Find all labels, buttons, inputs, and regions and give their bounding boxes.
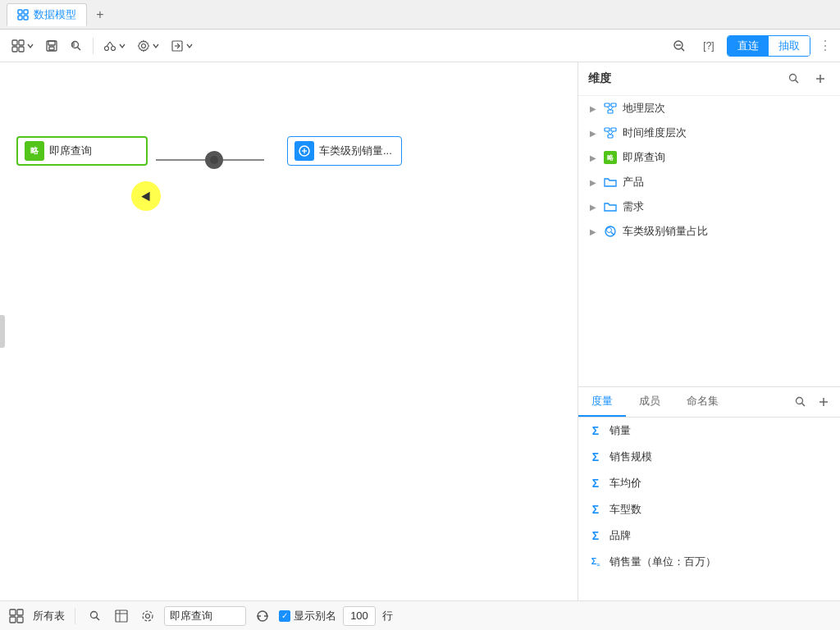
extract-mode-button[interactable]: 抽取 bbox=[769, 36, 810, 56]
svg-rect-4 bbox=[12, 40, 17, 45]
dimensions-header: 维度 bbox=[578, 62, 840, 96]
adhoc-node-label: 即席查询 bbox=[49, 144, 139, 158]
expand-arrow-product: ▶ bbox=[588, 177, 598, 187]
add-tab-button[interactable]: + bbox=[90, 5, 110, 25]
tree-item-time[interactable]: ▶ 时间维度层次 bbox=[578, 121, 840, 145]
cut-button[interactable] bbox=[98, 34, 130, 57]
svg-rect-0 bbox=[18, 10, 22, 14]
expand-arrow-demand: ▶ bbox=[588, 202, 598, 212]
svg-point-46 bbox=[797, 398, 803, 404]
demand-label: 需求 bbox=[623, 199, 830, 214]
display-alias-area[interactable]: ✓ 显示别名 bbox=[279, 609, 336, 623]
tab-naming[interactable]: 命名集 bbox=[673, 387, 732, 417]
settings-button[interactable] bbox=[132, 34, 164, 57]
row-count-input[interactable] bbox=[343, 606, 376, 626]
measures-search-button[interactable] bbox=[791, 392, 810, 412]
tree-item-car-sales[interactable]: ▶ 车类级别销量占比 bbox=[578, 219, 840, 244]
measures-section: 度量 成员 命名集 bbox=[578, 387, 840, 600]
tree-item-product[interactable]: ▶ 产品 bbox=[578, 170, 840, 194]
layout-icon bbox=[11, 39, 25, 52]
scissors-icon bbox=[103, 39, 116, 52]
measures-add-button[interactable] bbox=[814, 392, 833, 412]
measure-item-sales-scale[interactable]: Σ 销售规模 bbox=[578, 444, 840, 470]
tree-item-adhoc[interactable]: ▶ 略 即席查询 bbox=[578, 145, 840, 170]
tree-list: ▶ 地理层次 ▶ bbox=[578, 96, 840, 244]
dimensions-search-button[interactable] bbox=[784, 69, 804, 89]
svg-rect-1 bbox=[24, 10, 28, 14]
expand-arrow-time: ▶ bbox=[588, 128, 598, 138]
status-separator-1 bbox=[75, 608, 75, 624]
svg-rect-3 bbox=[24, 16, 28, 20]
measure-item-brand[interactable]: Σ 品牌 bbox=[578, 523, 840, 549]
measure-item-car-type-count[interactable]: Σ 车型数 bbox=[578, 496, 840, 523]
svg-rect-5 bbox=[19, 40, 24, 45]
svg-line-17 bbox=[107, 42, 110, 47]
tree-item-demand[interactable]: ▶ 需求 bbox=[578, 194, 840, 219]
search-circle-icon bbox=[603, 224, 618, 239]
direct-mode-button[interactable]: 直连 bbox=[728, 36, 769, 56]
help-label: [?] bbox=[703, 40, 714, 52]
measure-item-sales-vol[interactable]: Σ 销量 bbox=[578, 418, 840, 444]
adhoc-node-box: 略 即席查询 bbox=[16, 136, 148, 166]
svg-rect-7 bbox=[19, 47, 24, 52]
left-node[interactable]: 略 即席查询 bbox=[16, 136, 148, 166]
sigma-icon-special-sales: Σ≈ bbox=[588, 556, 603, 568]
search-preview-button[interactable] bbox=[65, 34, 88, 57]
import-icon bbox=[171, 39, 184, 52]
query-input[interactable] bbox=[164, 606, 246, 626]
measure-label-car-avg-price: 车均价 bbox=[609, 476, 641, 491]
save-icon bbox=[45, 39, 58, 52]
import-button[interactable] bbox=[166, 34, 198, 57]
svg-line-55 bbox=[97, 617, 100, 620]
plus-icon-measures bbox=[817, 395, 830, 409]
save-button[interactable] bbox=[40, 34, 63, 57]
refresh-icon bbox=[256, 609, 269, 623]
status-table-button[interactable] bbox=[112, 606, 131, 626]
svg-point-19 bbox=[142, 43, 146, 48]
svg-rect-10 bbox=[49, 47, 54, 50]
more-options-button[interactable]: ⋮ bbox=[817, 34, 833, 57]
svg-point-16 bbox=[112, 46, 116, 50]
tab-member[interactable]: 成员 bbox=[626, 387, 673, 417]
main-area: 略 即席查询 bbox=[0, 62, 840, 600]
all-tables-label: 所有表 bbox=[33, 609, 65, 623]
zoom-out-button[interactable] bbox=[668, 34, 691, 57]
svg-rect-9 bbox=[48, 41, 55, 45]
status-settings-button[interactable] bbox=[138, 606, 158, 626]
status-search-button[interactable] bbox=[85, 606, 105, 626]
svg-rect-33 bbox=[605, 103, 609, 107]
time-hierarchy-icon bbox=[603, 126, 618, 140]
search-icon-small bbox=[788, 72, 801, 85]
svg-line-36 bbox=[607, 107, 610, 110]
cursor-indicator bbox=[131, 181, 161, 211]
tab-data-model[interactable]: 数据模型 bbox=[7, 3, 87, 26]
time-label: 时间维度层次 bbox=[623, 126, 830, 140]
separator-1 bbox=[93, 38, 94, 54]
all-tables-icon-btn[interactable] bbox=[7, 606, 26, 626]
svg-rect-56 bbox=[116, 610, 127, 622]
status-gear-icon bbox=[141, 609, 154, 623]
help-button[interactable]: [?] bbox=[697, 34, 720, 57]
svg-line-37 bbox=[610, 107, 614, 110]
dimensions-actions bbox=[784, 69, 830, 89]
search-preview-icon bbox=[70, 39, 83, 52]
measure-item-car-avg-price[interactable]: Σ 车均价 bbox=[578, 470, 840, 496]
layout-button[interactable] bbox=[7, 34, 39, 57]
right-node[interactable]: 车类级别销量... bbox=[287, 136, 402, 166]
all-tables-icon bbox=[9, 609, 24, 623]
dimensions-add-button[interactable] bbox=[810, 69, 830, 89]
car-sales-dimension-label: 车类级别销量占比 bbox=[623, 224, 830, 239]
measure-item-sales-million[interactable]: Σ≈ 销售量（单位：百万） bbox=[578, 549, 840, 575]
measure-label-car-type-count: 车型数 bbox=[609, 502, 641, 517]
expand-arrow-car-sales: ▶ bbox=[588, 226, 598, 236]
dimensions-title: 维度 bbox=[588, 71, 611, 86]
canvas-area[interactable]: 略 即席查询 bbox=[0, 62, 578, 600]
svg-line-18 bbox=[110, 42, 113, 47]
plus-icon bbox=[814, 72, 827, 85]
tree-item-geo[interactable]: ▶ 地理层次 bbox=[578, 96, 840, 121]
refresh-button[interactable] bbox=[253, 606, 272, 626]
status-bar: 所有表 bbox=[0, 600, 840, 630]
display-alias-checkbox[interactable]: ✓ bbox=[279, 610, 290, 622]
tab-measure[interactable]: 度量 bbox=[578, 387, 626, 417]
search-icon-measures bbox=[794, 395, 807, 409]
